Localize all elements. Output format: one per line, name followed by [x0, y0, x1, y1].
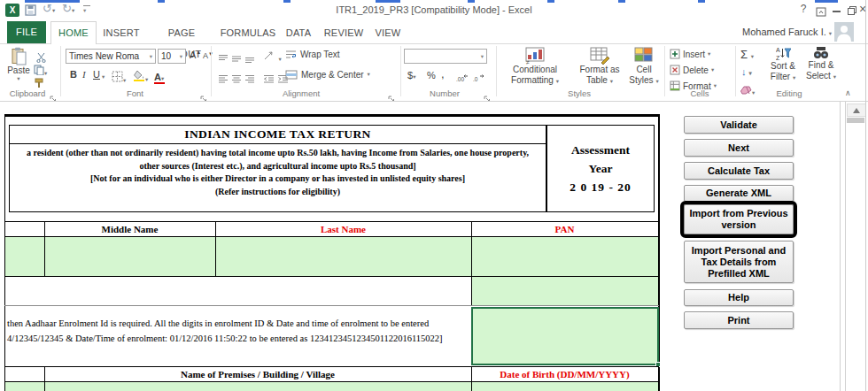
insert-cells-button[interactable]: Insert ▾ [670, 49, 710, 59]
decrease-decimal-button[interactable]: .0 [472, 71, 486, 87]
avatar-icon [834, 22, 854, 42]
tab-home[interactable]: HOME [50, 21, 97, 44]
number-format-caret-icon: ▾ [481, 53, 484, 60]
tab-row-divider [0, 43, 868, 44]
italic-button[interactable]: I [82, 69, 86, 80]
tab-insert[interactable]: INSERT [99, 22, 143, 43]
minimize-icon[interactable] [833, 11, 841, 12]
save-button[interactable] [25, 4, 36, 19]
fill-caret-icon: ▾ [749, 70, 752, 76]
import-previous-version-button[interactable]: Import from Previous version [684, 204, 794, 234]
font-dialog-launcher[interactable] [200, 90, 207, 97]
scrollbar-thumb[interactable] [847, 118, 864, 123]
shrink-font-button[interactable]: A▼ [203, 51, 213, 60]
font-color-swatch [154, 82, 165, 84]
print-button[interactable]: Print [684, 311, 794, 329]
input-cell-bottom[interactable] [4, 381, 45, 391]
close-button[interactable]: × [857, 2, 868, 16]
help-form-button[interactable]: Help [684, 289, 794, 306]
input-cell-secondary[interactable] [471, 276, 659, 306]
decrease-indent-button[interactable] [263, 71, 275, 87]
import-previous-label-2: version [721, 219, 756, 231]
form-top-border [4, 114, 660, 117]
number-dialog-launcher[interactable] [484, 90, 491, 97]
qat-customize-button[interactable]: ▾ [83, 5, 92, 14]
align-right-button[interactable] [244, 71, 255, 87]
validate-button[interactable]: Validate [684, 116, 794, 134]
cell-styles-button[interactable]: Cell Styles ▾ [627, 47, 661, 86]
font-color-button[interactable]: A▾ [154, 68, 165, 84]
generate-xml-button[interactable]: Generate XML [684, 185, 794, 202]
align-center-button[interactable] [231, 71, 242, 87]
bottom-align-button[interactable] [244, 50, 255, 66]
orientation-button[interactable]: ▾ [263, 49, 282, 65]
account-menu[interactable]: Mohamed Faruck I. ▾ [742, 27, 832, 37]
generate-xml-label: Generate XML [706, 188, 771, 199]
calculate-tax-button[interactable]: Calculate Tax [684, 162, 794, 180]
align-left-button[interactable] [218, 71, 229, 87]
comma-format-button[interactable]: , [441, 67, 445, 80]
fill-color-button[interactable]: ▾ [133, 69, 148, 85]
borders-icon [112, 71, 123, 82]
sort-filter-button[interactable]: A Z Sort & Filter ▾ [763, 46, 802, 82]
tab-data[interactable]: DATA [280, 22, 317, 43]
help-button[interactable]: ? [796, 3, 810, 15]
conditional-formatting-button[interactable]: ≠ Conditional Formatting ▾ [499, 47, 571, 86]
currency-format-button[interactable]: $▾ [407, 70, 415, 80]
merge-center-button[interactable]: Merge & Center ▾ [285, 70, 370, 80]
header-premises: Name of Premises / Building / Village [44, 367, 471, 381]
undo-button[interactable]: ↺▾ [43, 3, 55, 14]
borders-button[interactable]: ▾ [112, 70, 126, 86]
tab-review[interactable]: REVIEW [321, 22, 367, 43]
font-group-label: Font [62, 88, 208, 98]
paste-button[interactable]: Paste ▾ [5, 47, 32, 82]
restore-button[interactable] [847, 4, 857, 19]
redo-button[interactable]: ↻▾ [62, 3, 74, 14]
find-select-button[interactable]: Find & Select ▾ [804, 46, 838, 81]
conditional-formatting-caret-icon: ▾ [556, 78, 559, 84]
cells-group-label: Cells [666, 88, 733, 98]
wrap-text-button[interactable]: Wrap Text [285, 50, 340, 59]
middle-align-button[interactable] [231, 50, 242, 66]
avatar[interactable] [834, 22, 854, 45]
input-cell-blank[interactable] [4, 236, 45, 277]
svg-text:.00: .00 [456, 76, 464, 82]
eligibility-line: a resident (other than not ordinarily re… [10, 147, 546, 160]
input-premises[interactable] [44, 381, 472, 391]
tab-file[interactable]: FILE [7, 21, 46, 43]
tab-formulas[interactable]: FORMULAS [220, 22, 276, 43]
format-as-table-button[interactable]: Format as Table ▾ [574, 47, 625, 86]
import-prefilled-xml-button[interactable]: Import Personal and Tax Details from Pre… [684, 241, 794, 283]
fill-button[interactable]: ↓ ▾ [741, 66, 752, 77]
selected-cell[interactable] [471, 307, 659, 365]
number-format-combobox[interactable]: ▾ [404, 49, 487, 64]
input-middle-name[interactable] [44, 236, 216, 277]
next-button[interactable]: Next [684, 139, 794, 157]
eligibility-line: other sources (Interest etc.), and agric… [10, 160, 546, 173]
alignment-dialog-launcher[interactable] [388, 90, 395, 97]
input-pan[interactable] [471, 236, 659, 277]
percent-format-button[interactable]: % [427, 70, 436, 80]
collapse-ribbon-button[interactable]: ∧ [845, 88, 851, 97]
input-dob[interactable] [471, 381, 659, 391]
ribbon-display-options-button[interactable] [816, 4, 826, 20]
form-title: INDIAN INCOME TAX RETURN [9, 125, 546, 144]
clipboard-dialog-launcher[interactable] [50, 90, 57, 97]
alignment-group-label: Alignment [213, 88, 390, 98]
delete-cells-button[interactable]: Delete ▾ [670, 65, 714, 75]
tab-view[interactable]: VIEW [370, 22, 406, 43]
underline-button[interactable]: U [93, 69, 100, 80]
font-name-combobox[interactable]: Times New Roma ▾ [66, 49, 156, 64]
input-last-name[interactable] [215, 236, 472, 277]
cell-styles-icon [634, 47, 654, 65]
scroll-up-icon [853, 108, 860, 113]
font-size-combobox[interactable]: 10 ▾ [158, 49, 186, 64]
tab-page-layout[interactable]: PAGE LAYOUT [147, 22, 216, 43]
account-name: Mohamed Faruck I. [742, 27, 826, 37]
bold-button[interactable]: B [70, 69, 77, 80]
grow-font-button[interactable]: A▲ [190, 50, 201, 60]
top-align-button[interactable] [218, 50, 229, 66]
scroll-up-button[interactable] [847, 104, 866, 117]
increase-decimal-button[interactable]: .00 [455, 71, 469, 87]
autosum-button[interactable]: Σ ▾ [740, 48, 754, 61]
